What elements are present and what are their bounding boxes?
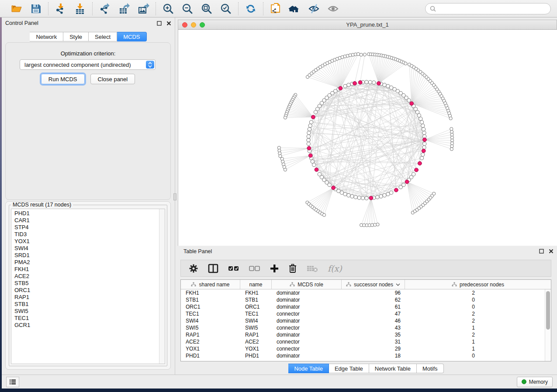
mcds-result-item[interactable]: ORC1 [11, 287, 159, 294]
search-icon [430, 6, 436, 12]
shared-column-icon [346, 282, 351, 287]
column-header-name[interactable]: name [240, 280, 272, 289]
table-settings-button[interactable] [189, 262, 198, 275]
mcds-result-item[interactable]: ACE2 [11, 273, 159, 280]
table-row[interactable]: SWI4 SWI4 dominator 46 2 [181, 317, 545, 324]
delete-table-button-disabled [307, 262, 318, 275]
delete-column-button[interactable] [288, 262, 297, 275]
node-table-header: shared name name MCDS role successor nod… [181, 280, 551, 289]
mcds-result-item[interactable]: TEC1 [11, 315, 159, 322]
column-header-successor-nodes[interactable]: successor nodes [342, 280, 405, 289]
table-row[interactable]: RAP1 RAP1 dominator 35 2 [181, 331, 545, 338]
control-panel-tab[interactable]: MCDS [117, 32, 146, 41]
mcds-result-item[interactable]: SRD1 [11, 252, 159, 259]
mcds-result-item[interactable]: TID3 [11, 231, 159, 238]
network-window-titlebar[interactable]: YPA_prune.txt_1 [178, 20, 557, 30]
table-row[interactable]: PHD1 PHD1 dominator 18 0 [181, 352, 545, 359]
gear-icon [189, 264, 198, 273]
table-tab[interactable]: Network Table [369, 364, 417, 373]
column-header-mcds-role[interactable]: MCDS role [272, 280, 342, 289]
shared-column-icon [191, 282, 196, 287]
zoom-selected-button[interactable] [219, 2, 232, 15]
network-view-window: YPA_prune.txt_1 [175, 17, 557, 246]
node-table-body: FKH1 FKH1 dominator 96 2 STB1 STB1 domin… [181, 289, 545, 361]
mcds-result-item[interactable]: STB5 [11, 280, 159, 287]
network-canvas[interactable] [178, 30, 557, 246]
clipboard-share-button[interactable] [269, 2, 282, 15]
table-row[interactable]: TEC1 TEC1 connector 47 2 [181, 310, 545, 317]
mcds-result-item[interactable]: STP4 [11, 224, 159, 231]
table-row[interactable]: ORC1 ORC1 dominator 61 0 [181, 303, 545, 310]
table-tab[interactable]: Motifs [417, 364, 444, 373]
mcds-result-item[interactable]: SWI4 [11, 245, 159, 252]
select-all-icon [228, 265, 239, 272]
mcds-result-item[interactable]: YOX1 [11, 238, 159, 245]
mcds-result-item[interactable]: STB1 [11, 301, 159, 308]
main-toolbar [0, 0, 557, 17]
criterion-dropdown[interactable]: largest connected component (undirected) [20, 59, 156, 70]
zoom-fit-button[interactable] [200, 2, 213, 15]
split-pane-grip[interactable] [173, 193, 176, 200]
show-column-button[interactable] [208, 262, 218, 275]
add-column-button[interactable] [270, 262, 279, 275]
deselect-all-button[interactable] [249, 262, 260, 275]
export-table-button[interactable] [118, 2, 131, 15]
close-panel-button[interactable]: Close panel [90, 74, 135, 84]
table-row[interactable]: SWI5 SWI5 connector 43 1 [181, 324, 545, 331]
delete-table-icon [307, 265, 318, 272]
close-panel-icon[interactable] [548, 249, 554, 254]
mcds-result-item[interactable]: CAR1 [11, 217, 159, 224]
table-tab[interactable]: Edge Table [329, 364, 369, 373]
mcds-result-item[interactable]: RAP1 [11, 294, 159, 301]
zoom-in-button[interactable] [162, 2, 175, 15]
close-panel-icon[interactable] [166, 21, 171, 26]
run-mcds-button[interactable]: Run MCDS [41, 74, 85, 84]
memory-status-icon [522, 379, 526, 384]
table-scrollbar-thumb[interactable] [546, 291, 550, 330]
table-row[interactable]: STB1 STB1 dominator 62 0 [181, 296, 545, 303]
mcds-result-item[interactable]: FKH1 [11, 266, 159, 273]
mcds-result-item[interactable]: PHD1 [11, 210, 159, 217]
table-tabs: Node TableEdge TableNetwork TableMotifs [175, 364, 557, 373]
eye-icon [327, 3, 340, 15]
table-panel: Table Panel [175, 246, 557, 375]
table-scrollbar[interactable] [545, 289, 551, 361]
save-session-button[interactable] [29, 2, 42, 15]
control-panel-tab[interactable]: Network [30, 32, 63, 41]
control-panel-tab[interactable]: Style [63, 32, 89, 41]
open-file-button[interactable] [10, 2, 23, 15]
table-tab[interactable]: Node Table [288, 364, 329, 373]
search-input[interactable] [439, 6, 546, 12]
export-image-button[interactable] [137, 2, 150, 15]
float-panel-icon[interactable] [156, 21, 162, 26]
hide-eye-button[interactable] [308, 2, 321, 15]
task-history-button[interactable] [6, 377, 19, 387]
export-image-icon [137, 3, 149, 15]
node-table: shared name name MCDS role successor nod… [180, 279, 551, 361]
table-row[interactable]: ACE2 ACE2 connector 31 1 [181, 338, 545, 345]
import-network-button[interactable] [54, 2, 67, 15]
table-row[interactable]: FKH1 FKH1 dominator 96 2 [181, 289, 545, 296]
cybrowser-button[interactable] [288, 2, 301, 15]
deselect-all-icon [249, 265, 260, 272]
mcds-list-scrollbar[interactable] [159, 209, 165, 364]
mcds-result-list[interactable]: PHD1CAR1STP4TID3YOX1SWI4SRD1PMA2FKH1ACE2… [11, 209, 165, 364]
import-table-button[interactable] [73, 2, 86, 15]
mcds-result-item[interactable]: GCR1 [11, 322, 159, 329]
column-header-predecessor-nodes[interactable]: predecessor nodes [405, 280, 551, 289]
mcds-result-container: MCDS result (17 nodes) PHD1CAR1STP4TID3Y… [5, 201, 171, 370]
mcds-result-item[interactable]: SWI5 [11, 308, 159, 315]
show-eye-button[interactable] [327, 2, 340, 15]
float-panel-icon[interactable] [539, 249, 544, 254]
mcds-result-item[interactable]: PMA2 [11, 259, 159, 266]
zoom-out-button[interactable] [181, 2, 194, 15]
save-icon [30, 3, 42, 14]
select-all-button[interactable] [228, 262, 239, 275]
export-network-button[interactable] [98, 2, 111, 15]
column-header-shared-name[interactable]: shared name [181, 280, 240, 289]
control-panel-tab[interactable]: Select [89, 32, 117, 41]
memory-button[interactable]: Memory [517, 377, 553, 387]
control-panel-tabs: NetworkStyleSelectMCDS [2, 32, 175, 41]
apply-layout-button[interactable] [244, 2, 257, 15]
table-row[interactable]: YOX1 YOX1 connector 29 1 [181, 345, 545, 352]
